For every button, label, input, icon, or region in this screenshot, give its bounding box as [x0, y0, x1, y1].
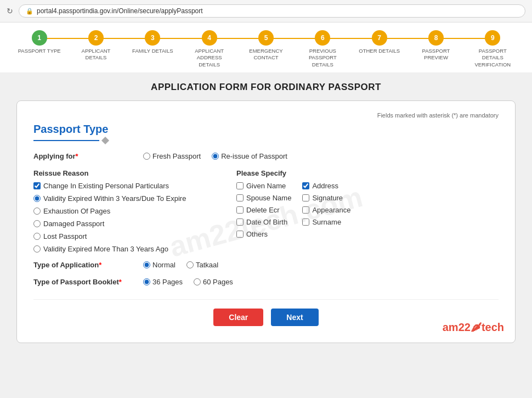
lock-icon: 🔒	[26, 8, 33, 15]
passport-booklet-options: 36 Pages 60 Pages	[143, 278, 233, 286]
specify-surname[interactable]: Surname	[302, 218, 350, 226]
passport-booklet-row: Type of Passport Booklet* 36 Pages 60 Pa…	[33, 278, 499, 286]
fresh-passport-label: Fresh Passport	[152, 152, 201, 160]
step-label-9: PASSPORT DETAILS VERIFICATION	[471, 48, 514, 68]
normal-option[interactable]: Normal	[143, 261, 176, 269]
fresh-passport-option[interactable]: Fresh Passport	[143, 152, 201, 160]
specify-appearance[interactable]: Appearance	[302, 206, 350, 214]
step-4[interactable]: 4 APPLICANT ADDRESS DETAILS	[181, 30, 237, 68]
please-specify-heading: Please Specify	[236, 169, 499, 177]
step-label-4: APPLICANT ADDRESS DETAILS	[188, 48, 231, 68]
step-circle-2: 2	[88, 30, 104, 46]
specify-address[interactable]: Address	[302, 182, 350, 190]
reissue-left: Reissue Reason Change In Existing Person…	[33, 169, 220, 253]
step-circle-7: 7	[372, 30, 387, 46]
reissue-radio-damaged[interactable]	[33, 220, 41, 227]
60pages-option[interactable]: 60 Pages	[194, 278, 233, 286]
specify-signature[interactable]: Signature	[302, 194, 350, 202]
url-text: portal4.passportindia.gov.in/Online/secu…	[37, 7, 203, 15]
step-label-1: PASSPORT TYPE	[18, 48, 61, 54]
reissue-radio-exhaustion[interactable]	[33, 208, 41, 215]
specify-delete-ecr[interactable]: Delete Ecr	[236, 206, 291, 214]
reissue-options-list: Change In Existing Personal Particulars …	[33, 182, 220, 253]
mandatory-note: Fields marked with asterisk (*) are mand…	[33, 112, 499, 119]
reissue-option-change[interactable]: Change In Existing Personal Particulars	[33, 182, 220, 190]
specify-address-cb[interactable]	[302, 182, 309, 189]
step-label-6: PREVIOUS PASSPORT DETAILS	[301, 48, 344, 68]
reissue-option-lost[interactable]: Lost Passport	[33, 232, 220, 240]
reissue-option-damaged[interactable]: Damaged Passport	[33, 220, 220, 228]
step-9[interactable]: 9 PASSPORT DETAILS VERIFICATION	[465, 30, 521, 68]
step-circle-6: 6	[315, 30, 330, 46]
specify-others[interactable]: Others	[236, 230, 291, 238]
required-star-2: *	[99, 261, 101, 269]
specify-delete-ecr-cb[interactable]	[236, 206, 244, 214]
specify-col2: Address Signature Appearance Surnam	[302, 182, 350, 238]
reissue-radio-lost[interactable]	[33, 233, 41, 240]
step-3[interactable]: 3 FAMILY DETAILS	[124, 30, 181, 54]
applying-for-label: Applying for*	[33, 152, 143, 160]
brand-text-after: tech	[482, 321, 504, 333]
step-label-2: APPLICANT DETAILS	[74, 48, 118, 61]
step-label-7: OTHER DETAILS	[359, 48, 400, 54]
60pages-radio[interactable]	[194, 278, 201, 285]
reissue-option-validity-more[interactable]: Validity Expired More Than 3 Years Ago	[33, 245, 220, 253]
specify-spouse-name[interactable]: Spouse Name	[236, 194, 291, 202]
reissue-radio-validity-more[interactable]	[33, 245, 41, 253]
specify-given-name-cb[interactable]	[236, 182, 244, 189]
specify-dob[interactable]: Date Of Birth	[236, 218, 291, 226]
reissue-reason-heading: Reissue Reason	[33, 169, 220, 177]
button-row: Clear Next	[33, 299, 499, 326]
reissue-radio-validity3[interactable]	[33, 195, 41, 202]
next-button[interactable]: Next	[271, 309, 318, 326]
divider-line	[33, 140, 99, 141]
divider-diamond	[101, 137, 109, 144]
applying-for-options: Fresh Passport Re-issue of Passport	[143, 152, 287, 160]
fresh-passport-radio[interactable]	[143, 153, 150, 160]
form-card: am22tech.com Fields marked with asterisk…	[16, 100, 516, 343]
step-7[interactable]: 7 OTHER DETAILS	[351, 30, 408, 54]
address-bar[interactable]: 🔒 portal4.passportindia.gov.in/Online/se…	[19, 4, 525, 18]
step-1[interactable]: 1 PASSPORT TYPE	[11, 30, 67, 54]
step-label-5: EMERGENCY CONTACT	[244, 48, 288, 61]
tatkaal-radio[interactable]	[186, 261, 194, 268]
specify-appearance-cb[interactable]	[302, 206, 309, 214]
refresh-icon[interactable]: ↻	[7, 7, 13, 15]
step-6[interactable]: 6 PREVIOUS PASSPORT DETAILS	[295, 30, 351, 68]
tatkaal-option[interactable]: Tatkaal	[186, 261, 218, 269]
normal-radio[interactable]	[143, 261, 150, 268]
section-title: Passport Type	[33, 123, 499, 136]
reissue-section: Reissue Reason Change In Existing Person…	[33, 169, 499, 253]
36pages-option[interactable]: 36 Pages	[143, 278, 183, 286]
type-of-application-row: Type of Application* Normal Tatkaal	[33, 261, 499, 269]
step-label-3: FAMILY DETAILS	[132, 48, 173, 54]
page-content: APPLICATION FORM FOR ORDINARY PASSPORT a…	[0, 73, 532, 352]
brand-icon: 🌶	[471, 321, 482, 333]
step-circle-3: 3	[145, 30, 160, 46]
progress-steps: 1 PASSPORT TYPE 2 APPLICANT DETAILS 3 FA…	[11, 30, 521, 68]
clear-button[interactable]: Clear	[213, 309, 263, 326]
section-divider	[33, 138, 499, 143]
specify-given-name[interactable]: Given Name	[236, 182, 291, 190]
reissue-passport-option[interactable]: Re-issue of Passport	[212, 152, 287, 160]
step-2[interactable]: 2 APPLICANT DETAILS	[67, 30, 124, 61]
specify-dob-cb[interactable]	[236, 218, 244, 226]
specify-spouse-name-cb[interactable]	[236, 194, 244, 201]
reissue-checkbox-change[interactable]	[33, 182, 41, 189]
specify-others-cb[interactable]	[236, 231, 244, 238]
reissue-option-exhaustion[interactable]: Exhaustion Of Pages	[33, 207, 220, 215]
reissue-passport-radio[interactable]	[212, 153, 219, 160]
step-8[interactable]: 8 PASSPORT PREVIEW	[408, 30, 464, 61]
reissue-option-validity3[interactable]: Validity Expired Within 3 Years/Due To E…	[33, 194, 220, 203]
step-circle-9: 9	[485, 30, 500, 46]
passport-booklet-label: Type of Passport Booklet*	[33, 278, 143, 286]
step-5[interactable]: 5 EMERGENCY CONTACT	[237, 30, 294, 61]
specify-checkboxes: Given Name Spouse Name Delete Ecr D	[236, 182, 499, 238]
required-star-3: *	[119, 278, 122, 286]
step-circle-8: 8	[428, 30, 444, 46]
36pages-radio[interactable]	[143, 278, 150, 285]
step-label-8: PASSPORT PREVIEW	[414, 48, 458, 61]
specify-signature-cb[interactable]	[302, 194, 309, 201]
required-star: *	[76, 152, 78, 160]
specify-surname-cb[interactable]	[302, 218, 309, 226]
